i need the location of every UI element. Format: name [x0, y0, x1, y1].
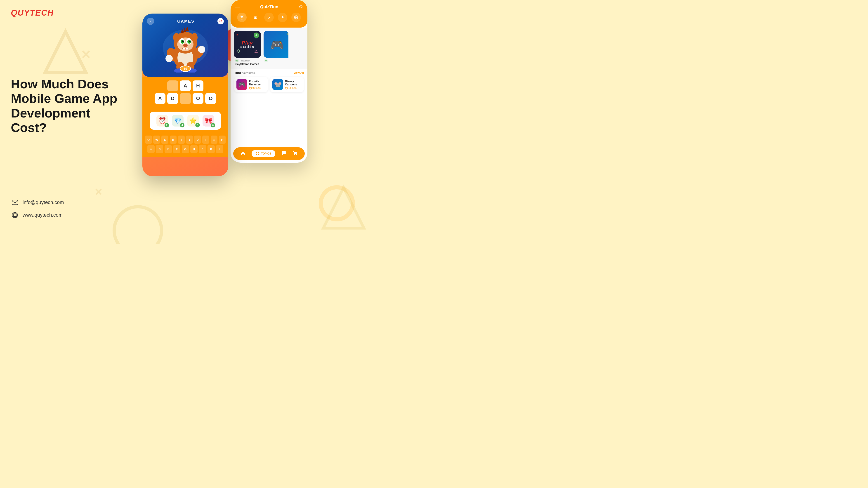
svg-point-26	[183, 44, 188, 47]
key-e[interactable]: E	[161, 135, 168, 144]
nav-topics-btn[interactable]: TOPICS	[252, 150, 275, 157]
powerup-count-3: 3	[195, 123, 200, 127]
svg-point-15	[198, 46, 205, 53]
key-y[interactable]: Y	[186, 135, 193, 144]
rating-badge: 69	[235, 59, 239, 62]
tile-empty-1[interactable]	[167, 80, 178, 91]
tile-d[interactable]: D	[167, 93, 178, 104]
keyboard-row-1: Q W E R T Y U I O P	[145, 135, 225, 144]
main-heading: How Much Does Mobile Game App Developmen…	[11, 77, 128, 135]
svg-point-43	[256, 17, 256, 18]
left-content: How Much Does Mobile Game App Developmen…	[11, 77, 128, 144]
quiz-app-phone: — QuizTion ⚙	[230, 0, 307, 163]
svg-marker-36	[185, 26, 189, 31]
tournaments-section: Tournaments View All 🎮 Fortnite Universe…	[230, 69, 307, 94]
tab-rocket[interactable]	[278, 13, 287, 22]
svg-point-60	[296, 154, 297, 155]
nav-chat-btn[interactable]	[281, 151, 286, 157]
playstation-add-btn[interactable]: +	[254, 33, 259, 38]
key-s[interactable]: S	[156, 145, 163, 153]
games-list: × △ Play Station + 69 PlayStation	[234, 31, 304, 67]
playstation-game-card[interactable]: × △ Play Station + 69 PlayStation	[234, 31, 261, 67]
key-r[interactable]: R	[170, 135, 177, 144]
quiz-app-header: — QuizTion ⚙	[230, 0, 307, 28]
svg-rect-3	[12, 200, 18, 205]
email-icon	[11, 198, 19, 206]
tournament-disney[interactable]: 🐭 Disney Cartoons 14:40:35	[270, 77, 304, 92]
key-p[interactable]: P	[219, 135, 225, 144]
tournaments-title: Tournaments	[234, 71, 255, 74]
keyboard: Q W E R T Y U I O P A S D F G H J K L	[143, 133, 228, 157]
tournaments-header: Tournaments View All	[234, 71, 304, 74]
key-o[interactable]: O	[211, 135, 217, 144]
email-text: info@quytech.com	[23, 199, 64, 205]
key-u[interactable]: U	[194, 135, 201, 144]
quiz-minimize-btn[interactable]: —	[235, 4, 240, 9]
tile-empty-2[interactable]	[180, 93, 191, 104]
key-w[interactable]: W	[153, 135, 160, 144]
tab-globe[interactable]	[291, 13, 301, 22]
keyboard-row-2: A S D F G H J K L	[145, 145, 225, 153]
powerup-gem[interactable]: 💎 4	[172, 115, 184, 127]
tile-o1[interactable]: O	[193, 93, 204, 104]
powerups-row: ⏰ 2 💎 4 ⭐ 3 🎀 6	[150, 111, 221, 130]
svg-point-24	[183, 40, 184, 41]
tile-a[interactable]: A	[180, 80, 191, 91]
anime-rating: 0	[265, 59, 287, 62]
svg-point-30	[191, 33, 197, 42]
powerup-timer[interactable]: ⏰ 2	[156, 115, 168, 127]
tab-gamepad[interactable]	[251, 13, 260, 22]
tournament-fortnite[interactable]: 🎮 Fortnite Universe 00:10:35	[234, 77, 268, 92]
svg-point-1	[114, 207, 162, 244]
powerup-star[interactable]: ⭐ 3	[187, 115, 199, 127]
fortnite-timer: 00:10:35	[249, 87, 266, 90]
email-contact: info@quytech.com	[11, 198, 64, 206]
key-a[interactable]: A	[147, 145, 155, 153]
word-row-2: A D O O	[147, 93, 224, 104]
svg-rect-56	[258, 152, 259, 153]
svg-rect-58	[258, 154, 259, 155]
nav-home-btn[interactable]	[241, 151, 246, 157]
website-text: www.quytech.com	[23, 212, 63, 218]
svg-point-59	[294, 154, 295, 155]
key-q[interactable]: Q	[145, 135, 152, 144]
nav-cart-btn[interactable]	[292, 151, 298, 157]
tile-h[interactable]: H	[193, 80, 204, 91]
key-l[interactable]: L	[216, 145, 223, 153]
view-all-btn[interactable]: View All	[293, 71, 304, 74]
gamepad-icon	[251, 13, 260, 22]
key-g[interactable]: G	[182, 145, 189, 153]
tab-music[interactable]	[264, 13, 274, 22]
svg-point-29	[173, 33, 180, 42]
quiz-app-title: QuizTion	[260, 4, 278, 9]
key-f[interactable]: F	[173, 145, 180, 153]
game-header: ‹ GAMES ♥ 3	[143, 13, 228, 77]
tab-games[interactable]	[237, 13, 247, 22]
key-h[interactable]: H	[190, 145, 197, 153]
word-row-1: A H	[147, 80, 224, 91]
music-icon	[264, 13, 274, 22]
key-j[interactable]: J	[199, 145, 206, 153]
svg-rect-55	[256, 152, 257, 153]
tile-o2[interactable]: O	[205, 93, 216, 104]
powerup-gift[interactable]: 🎀 6	[203, 115, 214, 127]
trophy-icon	[237, 13, 247, 22]
key-i[interactable]: I	[202, 135, 209, 144]
tile-a2[interactable]: A	[155, 93, 165, 104]
disney-name: Disney Cartoons	[285, 80, 302, 86]
tournament-cards-list: 🎮 Fortnite Universe 00:10:35 🐭 Disney Ca…	[234, 77, 304, 92]
back-button[interactable]: ‹	[147, 18, 154, 25]
anime-game-card[interactable]: 🎮 % 0	[264, 31, 288, 67]
quiz-settings-icon[interactable]: ⚙	[299, 4, 303, 9]
key-k[interactable]: K	[208, 145, 215, 153]
key-d[interactable]: D	[164, 145, 172, 153]
topics-label: TOPICS	[261, 152, 271, 155]
svg-rect-38	[241, 19, 243, 20]
key-t[interactable]: T	[178, 135, 185, 144]
contact-section: info@quytech.com www.quytech.com	[11, 198, 64, 224]
disney-thumbnail: 🐭	[272, 79, 283, 90]
game-nav: ‹ GAMES ♥ 3	[143, 18, 228, 25]
playstation-card-info: 69 PlayStation PlayStation Games	[234, 58, 261, 67]
playstation-name: PlayStation Games	[235, 63, 260, 66]
powerup-count-4: 6	[211, 123, 215, 127]
